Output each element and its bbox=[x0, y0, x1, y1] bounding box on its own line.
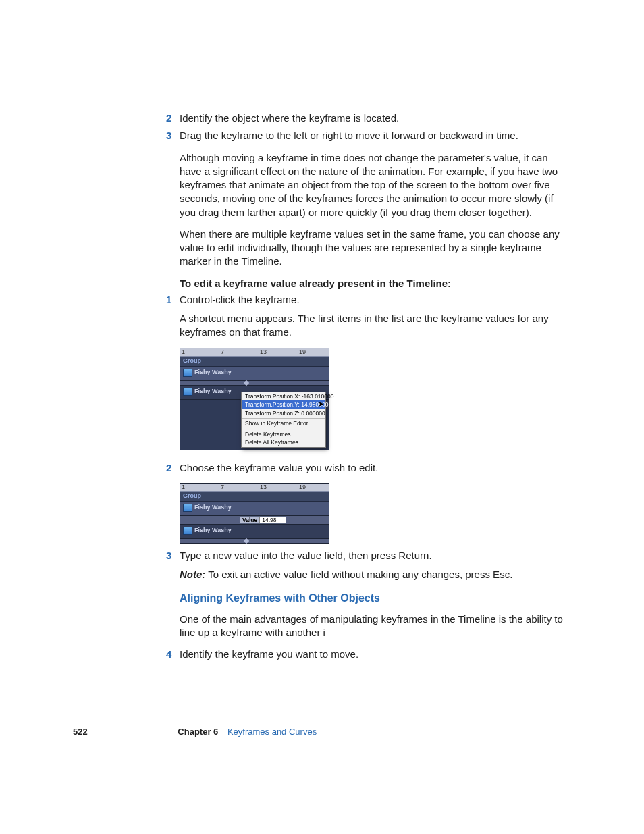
note-label: Note: bbox=[180, 569, 205, 580]
step-text: Choose the keyframe value you wish to ed… bbox=[180, 462, 378, 473]
value-input[interactable]: 14.98 bbox=[259, 517, 286, 524]
group-label: Group bbox=[183, 492, 201, 499]
page-body: 2 Identify the object where the keyframe… bbox=[0, 0, 644, 662]
procedure-heading: To edit a keyframe value already present… bbox=[180, 277, 570, 290]
menu-item[interactable]: Delete All Keyframes bbox=[242, 438, 325, 447]
step-3: 3 Drag the keyframe to the left or right… bbox=[180, 129, 570, 142]
timeline-screenshot-1: 1 7 13 19 Group Fishy Washy Fishy bbox=[180, 348, 329, 450]
ruler-tick-label: 7 bbox=[221, 484, 224, 490]
track-row[interactable]: Fishy Washy bbox=[180, 367, 329, 381]
step-number: 3 bbox=[166, 549, 171, 563]
kf-bar bbox=[180, 381, 329, 386]
step-4: 4 Identify the keyframe you want to move… bbox=[180, 648, 570, 661]
step-number: 1 bbox=[166, 293, 171, 307]
timeline-ruler: 1 7 13 19 bbox=[180, 484, 329, 492]
group-row: Group bbox=[180, 357, 329, 367]
cursor-icon: ➤ bbox=[318, 400, 324, 408]
track-label: Fishy Washy bbox=[183, 527, 232, 535]
paragraph: When there are multiple keyframe values … bbox=[180, 228, 570, 269]
step-text: Control-click the keyframe. bbox=[180, 294, 300, 305]
menu-item[interactable]: Delete Keyframes bbox=[242, 430, 325, 439]
step-number: 2 bbox=[166, 111, 171, 125]
chapter-label: Chapter 6 bbox=[178, 727, 218, 737]
menu-item-selected[interactable]: Transform.Position.Y: 14.980000 bbox=[242, 400, 325, 409]
note-paragraph: Note: To exit an active value field with… bbox=[180, 568, 570, 581]
clip-icon bbox=[183, 504, 192, 512]
timeline-screenshot-2: 1 7 13 19 Group Fishy Washy Value 14.98 bbox=[180, 483, 329, 538]
menu-separator bbox=[242, 418, 325, 419]
track-name: Fishy Washy bbox=[194, 388, 232, 394]
keyframe-marker-icon[interactable] bbox=[244, 538, 249, 544]
track-row[interactable]: Fishy Washy bbox=[180, 525, 329, 539]
track-label: Fishy Washy bbox=[183, 369, 232, 377]
menu-item[interactable]: Transform.Position.Z: 0.000000 bbox=[242, 409, 325, 418]
edit-step-2: 2 Choose the keyframe value you wish to … bbox=[180, 461, 570, 475]
ruler-tick-label: 1 bbox=[182, 349, 185, 355]
timeline-ruler: 1 7 13 19 bbox=[180, 348, 329, 357]
track-name: Fishy Washy bbox=[194, 527, 232, 533]
clip-icon bbox=[183, 527, 192, 535]
menu-separator bbox=[242, 429, 325, 429]
ruler-tick-label: 7 bbox=[221, 349, 224, 355]
ruler-tick-label: 13 bbox=[260, 349, 267, 355]
value-editor: Value 14.98 bbox=[240, 516, 286, 525]
value-label: Value bbox=[240, 517, 259, 524]
step-2: 2 Identify the object where the keyframe… bbox=[180, 111, 570, 125]
keyframe-marker-icon[interactable] bbox=[244, 380, 249, 385]
context-menu: Transform.Position.X: -163.010000 Transf… bbox=[241, 392, 326, 448]
edit-step-1: 1 Control-click the keyframe. bbox=[180, 293, 570, 307]
paragraph: Although moving a keyframe in time does … bbox=[180, 151, 570, 219]
track-name: Fishy Washy bbox=[194, 504, 232, 511]
kf-bar: Value 14.98 bbox=[180, 516, 329, 525]
edit-step-3: 3 Type a new value into the value field,… bbox=[180, 549, 570, 563]
step-number: 4 bbox=[166, 648, 171, 661]
track-label: Fishy Washy bbox=[183, 504, 232, 512]
step-text: Identify the object where the keyframe i… bbox=[180, 112, 399, 124]
kf-bar bbox=[180, 539, 329, 544]
group-row: Group bbox=[180, 492, 329, 502]
step-text: Type a new value into the value field, t… bbox=[180, 550, 432, 561]
track-label: Fishy Washy bbox=[183, 388, 232, 396]
note-body: To exit an active value field without ma… bbox=[205, 569, 512, 580]
step-text: Drag the keyframe to the left or right t… bbox=[180, 130, 518, 141]
paragraph: A shortcut menu appears. The first items… bbox=[180, 312, 570, 340]
step-number: 2 bbox=[166, 461, 171, 475]
step-number: 3 bbox=[166, 129, 171, 142]
paragraph: One of the main advantages of manipulati… bbox=[180, 613, 570, 640]
chapter-title: Keyframes and Curves bbox=[227, 727, 317, 737]
track-name: Fishy Washy bbox=[194, 369, 232, 375]
page-footer: 522 Chapter 6 Keyframes and Curves bbox=[73, 726, 570, 738]
menu-item[interactable]: Transform.Position.X: -163.010000 bbox=[242, 392, 325, 401]
page-number: 522 bbox=[73, 727, 88, 737]
clip-icon bbox=[183, 369, 192, 377]
clip-icon bbox=[183, 388, 192, 396]
ruler-tick-label: 19 bbox=[299, 349, 306, 355]
group-label: Group bbox=[183, 357, 201, 364]
ruler-tick-label: 13 bbox=[260, 484, 267, 490]
menu-item[interactable]: Show in Keyframe Editor bbox=[242, 419, 325, 428]
step-text: Identify the keyframe you want to move. bbox=[180, 648, 358, 660]
ruler-tick-label: 19 bbox=[299, 484, 306, 490]
ruler-tick-label: 1 bbox=[182, 484, 185, 490]
track-row[interactable]: Fishy Washy bbox=[180, 502, 329, 516]
section-heading: Aligning Keyframes with Other Objects bbox=[180, 591, 570, 606]
